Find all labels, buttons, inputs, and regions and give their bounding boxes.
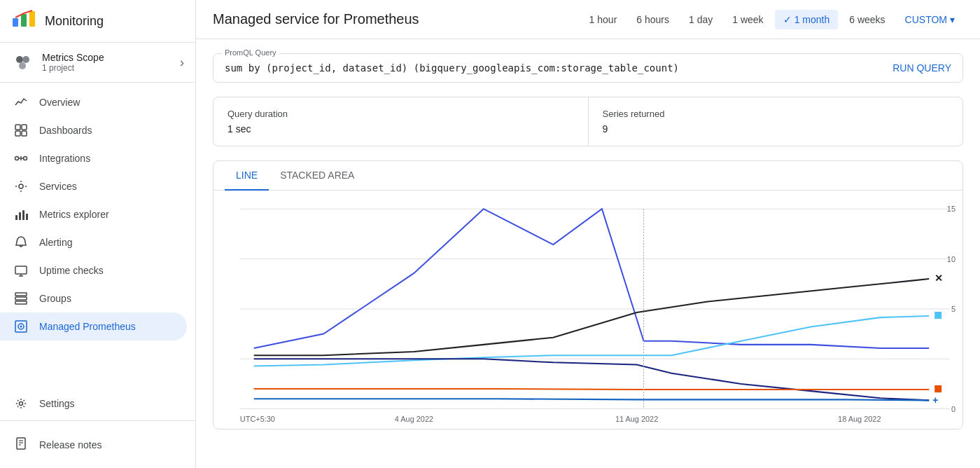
release-notes-icon [14, 436, 28, 453]
svg-point-11 [24, 157, 27, 160]
svg-text:18 Aug 2022: 18 Aug 2022 [838, 415, 881, 423]
sidebar-item-uptime-checks[interactable]: Uptime checks [0, 256, 187, 284]
time-btn-custom-label: CUSTOM [905, 14, 947, 25]
metrics-scope-item[interactable]: Metrics Scope 1 project › [0, 43, 195, 83]
svg-text:UTC+5:30: UTC+5:30 [240, 415, 275, 423]
svg-rect-15 [15, 215, 18, 220]
svg-rect-47 [934, 312, 941, 319]
stats-row: Query duration 1 sec Series returned 9 [213, 97, 963, 146]
time-btn-1day[interactable]: 1 day [680, 10, 721, 29]
sidebar-item-services[interactable]: Services [0, 172, 187, 200]
sidebar-item-groups-label: Groups [39, 293, 71, 304]
sidebar-item-overview-label: Overview [39, 97, 80, 108]
dashboards-icon [14, 123, 28, 137]
series-returned-value: 9 [603, 123, 949, 135]
sidebar: Monitoring Metrics Scope 1 project › [0, 0, 196, 468]
sidebar-item-metrics-explorer-label: Metrics explorer [39, 209, 109, 220]
svg-rect-19 [15, 266, 27, 274]
sidebar-item-integrations-label: Integrations [39, 153, 90, 164]
chart-tab-line[interactable]: LINE [225, 161, 269, 191]
query-duration-value: 1 sec [227, 123, 574, 135]
query-text[interactable]: sum by (project_id, dataset_id) (bigquer… [225, 62, 679, 74]
integrations-icon [14, 151, 28, 165]
metrics-scope-name: Metrics Scope [42, 52, 104, 63]
release-notes-label: Release notes [39, 439, 102, 450]
chart-tab-stacked-area[interactable]: STACKED AREA [269, 161, 365, 191]
release-notes-item[interactable]: Release notes [11, 429, 184, 460]
promql-query-box: PromQL Query sum by (project_id, dataset… [213, 53, 963, 83]
run-query-button[interactable]: RUN QUERY [892, 62, 951, 74]
svg-rect-6 [15, 125, 20, 130]
dropdown-arrow-icon: ▾ [950, 14, 955, 25]
metrics-explorer-icon [14, 207, 28, 221]
chart-area: 15 10 5 0 UTC+5:30 4 Aug 2022 11 Aug 202… [214, 191, 962, 429]
svg-rect-2 [29, 11, 35, 27]
sidebar-item-groups[interactable]: Groups [0, 284, 187, 312]
svg-text:4 Aug 2022: 4 Aug 2022 [395, 415, 433, 423]
svg-text:10: 10 [947, 255, 955, 263]
main-body: PromQL Query sum by (project_id, dataset… [196, 39, 980, 468]
sidebar-item-integrations[interactable]: Integrations [0, 144, 187, 172]
time-range-selector: 1 hour 6 hours 1 day 1 week ✓ 1 month 6 … [581, 10, 963, 29]
time-btn-1month[interactable]: ✓ 1 month [775, 10, 839, 29]
svg-rect-48 [934, 385, 941, 392]
time-btn-custom[interactable]: CUSTOM ▾ [897, 10, 963, 29]
svg-rect-8 [15, 131, 20, 136]
query-box-label: PromQL Query [222, 48, 279, 57]
svg-point-3 [16, 56, 23, 63]
svg-rect-9 [22, 131, 27, 136]
managed-prometheus-icon [14, 319, 28, 333]
sidebar-footer: Release notes [0, 420, 195, 468]
svg-text:11 Aug 2022: 11 Aug 2022 [615, 415, 658, 423]
svg-rect-7 [22, 125, 27, 130]
sidebar-item-settings[interactable]: Settings [0, 390, 187, 418]
svg-point-5 [19, 62, 26, 69]
query-duration-label: Query duration [227, 109, 574, 119]
settings-icon [14, 397, 28, 411]
svg-rect-17 [22, 210, 24, 220]
time-btn-1week[interactable]: 1 week [724, 10, 771, 29]
metrics-scope-sub: 1 project [42, 63, 104, 73]
time-btn-1month-label: 1 month [794, 14, 830, 25]
sidebar-item-alerting[interactable]: Alerting [0, 228, 187, 256]
series-returned-label: Series returned [603, 109, 949, 119]
chart-svg: 15 10 5 0 UTC+5:30 4 Aug 2022 11 Aug 202… [219, 202, 957, 423]
services-icon [14, 179, 28, 193]
query-row: sum by (project_id, dataset_id) (bigquer… [225, 62, 951, 74]
main-header: Managed service for Prometheus 1 hour 6 … [196, 0, 980, 39]
sidebar-item-overview[interactable]: Overview [0, 88, 187, 116]
page-title: Managed service for Prometheus [213, 11, 419, 27]
sidebar-item-settings-label: Settings [39, 398, 75, 409]
sidebar-item-managed-prometheus-label: Managed Prometheus [39, 321, 136, 332]
active-checkmark: ✓ [783, 14, 792, 25]
time-btn-6hours[interactable]: 6 hours [628, 10, 678, 29]
svg-point-14 [19, 184, 23, 188]
sidebar-item-uptime-checks-label: Uptime checks [39, 265, 104, 276]
svg-rect-29 [17, 438, 25, 449]
time-btn-1hour[interactable]: 1 hour [581, 10, 626, 29]
chart-container: LINE STACKED AREA 15 10 5 0 U [213, 160, 963, 429]
sidebar-item-dashboards[interactable]: Dashboards [0, 116, 187, 144]
metrics-scope-icon [11, 51, 34, 74]
svg-point-4 [22, 56, 29, 63]
series-returned-box: Series returned 9 [588, 97, 963, 146]
sidebar-item-metrics-explorer[interactable]: Metrics explorer [0, 200, 187, 228]
sidebar-item-managed-prometheus[interactable]: Managed Prometheus [0, 312, 187, 340]
app-title: Monitoring [45, 14, 104, 29]
svg-point-10 [15, 157, 19, 160]
alerting-icon [14, 235, 28, 249]
sidebar-item-dashboards-label: Dashboards [39, 125, 92, 136]
main-content-area: Managed service for Prometheus 1 hour 6 … [196, 0, 980, 468]
sidebar-item-alerting-label: Alerting [39, 237, 72, 248]
svg-rect-22 [15, 293, 27, 296]
chevron-right-icon: › [180, 55, 184, 70]
svg-rect-0 [13, 18, 18, 27]
svg-text:5: 5 [951, 305, 955, 313]
metrics-scope-left: Metrics Scope 1 project [11, 51, 104, 74]
sidebar-item-services-label: Services [39, 181, 77, 192]
metrics-scope-text: Metrics Scope 1 project [42, 52, 104, 73]
svg-text:15: 15 [947, 205, 955, 213]
time-btn-6weeks[interactable]: 6 weeks [841, 10, 893, 29]
svg-rect-1 [21, 14, 27, 27]
sidebar-nav: Overview Dashboards [0, 83, 195, 387]
